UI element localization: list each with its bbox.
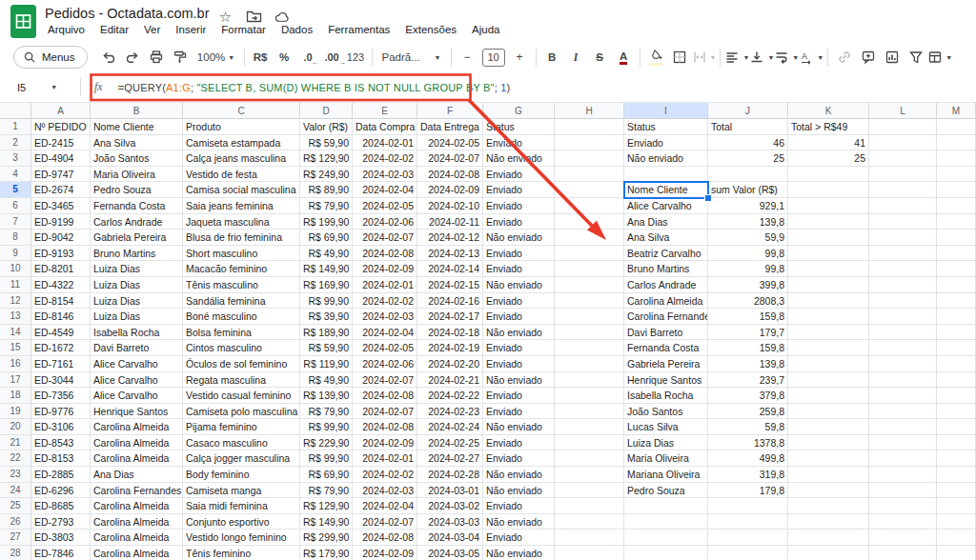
cell-M28[interactable] (937, 546, 976, 560)
cell-G15[interactable]: Enviado (483, 340, 555, 356)
cell-K26[interactable] (788, 514, 869, 530)
cell-F18[interactable]: 2024-02-22 (417, 388, 483, 404)
cell-D21[interactable]: R$ 229,90 (300, 435, 353, 451)
cell-F20[interactable]: 2024-02-24 (417, 419, 483, 435)
col-header-K[interactable]: K (788, 103, 869, 119)
cell-I8[interactable]: Ana Silva (624, 230, 708, 246)
grid-corner[interactable] (0, 103, 31, 119)
cell-M18[interactable] (937, 388, 976, 404)
cell-L28[interactable] (869, 546, 937, 560)
cell-H12[interactable] (555, 293, 624, 310)
cell-D26[interactable]: R$ 149,90 (300, 514, 353, 530)
cell-K24[interactable] (788, 483, 869, 499)
cell-M22[interactable] (937, 450, 976, 467)
cell-H27[interactable] (555, 530, 624, 546)
cell-M7[interactable] (937, 214, 976, 230)
insert-comment-button[interactable] (856, 46, 880, 69)
cell-C19[interactable]: Camiseta polo masculina (183, 404, 300, 420)
cell-G28[interactable]: Não enviado (483, 546, 555, 560)
cell-C22[interactable]: Calça jogger masculina (183, 450, 300, 467)
row-header-3[interactable]: 3 (0, 150, 31, 167)
cell-F10[interactable]: 2024-02-14 (417, 261, 483, 277)
cell-I21[interactable]: Luiza Dias (624, 435, 708, 451)
cell-F27[interactable]: 2024-03-04 (417, 530, 483, 546)
cell-B22[interactable]: Carolina Almeida (91, 450, 183, 467)
cell-G9[interactable]: Enviado (483, 246, 555, 262)
cell-D20[interactable]: R$ 99,90 (300, 419, 353, 435)
cell-M23[interactable] (937, 467, 976, 483)
text-color-button[interactable]: A (612, 46, 636, 69)
cell-D6[interactable]: R$ 79,90 (300, 198, 353, 214)
cell-J9[interactable]: 99,8 (708, 246, 788, 262)
menu-formatar[interactable]: Formatar (215, 21, 272, 38)
cell-F8[interactable]: 2024-02-12 (417, 230, 483, 246)
cell-H13[interactable] (555, 309, 624, 325)
cell-C9[interactable]: Short masculino (183, 246, 300, 262)
cell-J17[interactable]: 239,7 (708, 372, 788, 389)
cell-H20[interactable] (555, 419, 624, 435)
cell-G21[interactable]: Enviado (483, 435, 555, 451)
cell-D7[interactable]: R$ 199,90 (300, 214, 353, 230)
text-wrap-button[interactable]: ▼ (774, 46, 799, 69)
cell-B23[interactable]: Ana Dias (91, 467, 183, 483)
cell-A16[interactable]: ED-7161 (31, 356, 91, 372)
cell-I7[interactable]: Ana Dias (624, 214, 708, 230)
row-header-6[interactable]: 6 (0, 198, 31, 214)
cell-A10[interactable]: ED-8201 (31, 261, 91, 277)
cell-K12[interactable] (788, 293, 869, 310)
cell-A11[interactable]: ED-4322 (31, 277, 91, 293)
cell-F16[interactable]: 2024-02-20 (417, 356, 483, 372)
cell-F26[interactable]: 2024-03-03 (417, 514, 483, 530)
cell-D24[interactable]: R$ 79,90 (300, 483, 353, 499)
cell-J16[interactable]: 139,8 (708, 356, 788, 372)
cell-L13[interactable] (869, 309, 937, 325)
cell-F13[interactable]: 2024-02-17 (417, 309, 483, 325)
cell-E5[interactable]: 2024-02-04 (353, 182, 417, 198)
cell-E25[interactable]: 2024-02-04 (353, 498, 417, 514)
search-menus-button[interactable]: Menus (13, 46, 88, 69)
cell-G23[interactable]: Não enviado (483, 467, 555, 483)
cell-A24[interactable]: ED-6296 (31, 483, 91, 499)
cell-C15[interactable]: Cintos masculino (183, 340, 300, 356)
cell-G5[interactable]: Enviado (483, 182, 555, 198)
cell-H14[interactable] (555, 325, 624, 341)
cell-F25[interactable]: 2024-03-02 (417, 498, 483, 514)
cell-A7[interactable]: ED-9199 (31, 214, 91, 230)
cell-I12[interactable]: Carolina Almeida (624, 293, 708, 310)
cell-D15[interactable]: R$ 59,90 (300, 340, 353, 356)
cell-L24[interactable] (869, 483, 937, 499)
cell-H23[interactable] (555, 467, 624, 483)
cell-G3[interactable]: Não enviado (483, 150, 555, 167)
cell-L7[interactable] (869, 214, 937, 230)
cell-J26[interactable] (708, 514, 788, 530)
cell-C24[interactable]: Camiseta manga (183, 483, 300, 499)
cell-H7[interactable] (555, 214, 624, 230)
cell-B8[interactable]: Gabriela Pereira (91, 230, 183, 246)
cell-K16[interactable] (788, 356, 869, 372)
cell-K4[interactable] (788, 167, 869, 183)
cell-J25[interactable] (708, 498, 788, 514)
cell-B2[interactable]: Ana Silva (91, 135, 183, 151)
cell-K3[interactable]: 25 (788, 150, 869, 167)
cell-I22[interactable]: Maria Oliveira (624, 450, 708, 467)
cell-B20[interactable]: Carolina Almeida (91, 419, 183, 435)
cell-L25[interactable] (869, 498, 937, 514)
cell-I11[interactable]: Carlos Andrade (624, 277, 708, 293)
cell-L27[interactable] (869, 530, 937, 546)
cell-A12[interactable]: ED-8154 (31, 293, 91, 310)
merge-cells-button[interactable]: ▼ (692, 46, 717, 69)
cell-L3[interactable] (869, 150, 937, 167)
cell-J27[interactable] (708, 530, 788, 546)
cell-M26[interactable] (937, 514, 976, 530)
cell-E6[interactable]: 2024-02-05 (353, 198, 417, 214)
cell-G24[interactable]: Não enviado (483, 483, 555, 499)
cell-H26[interactable] (555, 514, 624, 530)
cell-G19[interactable]: Enviado (483, 404, 555, 420)
cell-B13[interactable]: Luiza Dias (91, 309, 183, 325)
row-header-26[interactable]: 26 (0, 514, 31, 530)
cell-D16[interactable]: R$ 119,90 (300, 356, 353, 372)
cell-G12[interactable]: Enviado (483, 293, 555, 310)
cell-M11[interactable] (937, 277, 976, 293)
cell-K14[interactable] (788, 325, 869, 341)
cell-F14[interactable]: 2024-02-18 (417, 325, 483, 341)
